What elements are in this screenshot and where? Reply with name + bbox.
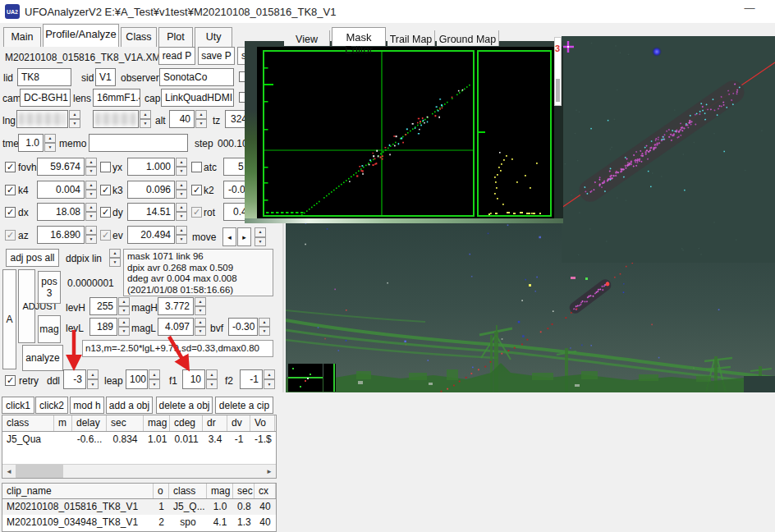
lng-field[interactable] xyxy=(16,110,68,128)
column-header[interactable]: class xyxy=(2,415,54,431)
read-profile-button[interactable]: read P xyxy=(158,47,195,65)
leap-spinner[interactable]: ▲▼ xyxy=(149,369,160,389)
tab-ground-map[interactable]: Ground Map xyxy=(437,30,499,46)
column-header[interactable]: sec xyxy=(107,415,144,431)
retry-checkbox[interactable]: ✓ xyxy=(5,375,16,386)
sid-field[interactable]: V1 xyxy=(95,68,116,86)
tab-trail-map[interactable]: Trail Map xyxy=(388,30,435,46)
az-checkbox[interactable]: ✓ xyxy=(5,230,16,241)
tab-profile-analyze[interactable]: Profile/Analyze xyxy=(43,24,119,47)
az-spinner[interactable]: ▲▼ xyxy=(85,226,97,244)
object-table[interactable]: classmdelaysecmagcdegdrdvVo J5_Qua-0.6..… xyxy=(2,415,277,479)
alt-field[interactable]: 40 xyxy=(169,110,195,128)
lens-field[interactable]: 16mmF1.4 xyxy=(93,89,140,107)
fovh-checkbox[interactable]: ✓ xyxy=(5,162,16,172)
levl-spinner[interactable]: ▲▼ xyxy=(118,318,130,336)
fovh-spinner[interactable]: ▲▼ xyxy=(85,158,97,176)
cam-field[interactable]: DC-BGH1 xyxy=(20,89,71,107)
bvf-spinner[interactable]: ▲▼ xyxy=(259,318,270,336)
tab-plot[interactable]: Plot xyxy=(158,27,193,47)
scroll-right-arrow[interactable]: ► xyxy=(263,465,276,478)
dy-field[interactable]: 14.51 xyxy=(127,203,175,221)
move-spinner[interactable]: ▲▼ xyxy=(255,227,266,246)
tme-spinner[interactable]: ▲▼ xyxy=(44,134,56,152)
column-header[interactable]: clip_name xyxy=(2,484,154,498)
column-header[interactable]: mag xyxy=(207,484,233,498)
lat-spinner[interactable]: ▲▼ xyxy=(140,110,151,128)
scrollbar-thumb[interactable] xyxy=(16,465,63,478)
column-header[interactable]: delay xyxy=(72,415,107,431)
k3-field[interactable]: 0.096 xyxy=(127,181,175,199)
k4-spinner[interactable]: ▲▼ xyxy=(85,181,97,199)
lng-spinner[interactable]: ▲▼ xyxy=(69,110,80,128)
scroll-left-arrow[interactable]: ◄ xyxy=(2,465,16,478)
column-header[interactable]: Vo xyxy=(250,415,275,431)
column-header[interactable]: cdeg xyxy=(170,415,203,431)
lat-field[interactable] xyxy=(93,110,139,128)
brightness-plot-canvas[interactable] xyxy=(479,52,550,215)
column-header[interactable]: o xyxy=(154,484,169,498)
k3-spinner[interactable]: ▲▼ xyxy=(176,181,187,199)
table-row[interactable]: M20210109_034948_TK8_V12spo4.11.340 xyxy=(2,515,276,530)
atc-checkbox[interactable] xyxy=(191,162,202,172)
column-header[interactable]: m xyxy=(54,415,72,431)
yx-checkbox[interactable] xyxy=(100,162,111,172)
tab-view[interactable]: View xyxy=(284,30,330,46)
magh-spinner[interactable]: ▲▼ xyxy=(195,297,206,315)
yx-field[interactable]: 1.000 xyxy=(127,158,175,176)
move-right-button[interactable]: ▸ xyxy=(237,227,251,246)
az-field[interactable]: 16.890 xyxy=(37,226,85,244)
ddl-spinner[interactable]: ▲▼ xyxy=(87,369,99,389)
tab-main[interactable]: Main xyxy=(3,27,41,47)
tab-mask-editor[interactable]: Mask Editor xyxy=(332,27,386,46)
adjust-a-button[interactable]: A xyxy=(2,269,16,369)
ev-spinner[interactable]: ▲▼ xyxy=(176,226,187,244)
tab-class[interactable]: Class xyxy=(121,27,157,47)
levh-spinner[interactable]: ▲▼ xyxy=(118,297,130,315)
k4-field[interactable]: 0.004 xyxy=(37,181,85,199)
clip-table[interactable]: clip_nameoclassmagseccx M20210108_015816… xyxy=(2,483,277,532)
magl-spinner[interactable]: ▲▼ xyxy=(195,318,206,336)
f1-field[interactable]: 10 xyxy=(182,369,205,389)
alt-spinner[interactable]: ▲▼ xyxy=(195,110,207,128)
dy-checkbox[interactable]: ✓ xyxy=(100,207,111,218)
adj-pos-all-button[interactable]: adj pos all xyxy=(6,249,59,267)
click1-button[interactable]: click1 xyxy=(2,397,34,414)
k3-checkbox[interactable]: ✓ xyxy=(100,185,111,195)
plot-scrollbar-thumb[interactable] xyxy=(556,79,560,102)
trail-zoom-panel[interactable] xyxy=(562,36,775,263)
cap-field[interactable]: LinkQuadHDMI xyxy=(161,89,234,107)
fovh-field[interactable]: 59.674 xyxy=(37,158,85,176)
object-table-hscrollbar[interactable]: ◄ ► xyxy=(2,464,276,478)
magh-field[interactable]: 3.772 xyxy=(158,297,194,315)
f1-spinner[interactable]: ▲▼ xyxy=(206,369,218,389)
adjust-button[interactable]: ADJUST xyxy=(18,269,35,343)
column-header[interactable]: class xyxy=(169,484,207,498)
column-header[interactable]: mag xyxy=(144,415,170,431)
lid-field[interactable]: TK8 xyxy=(17,68,71,86)
rot-checkbox[interactable]: ✓ xyxy=(191,207,202,218)
bvf-field[interactable]: -0.30 xyxy=(228,318,258,336)
levh-field[interactable]: 255 xyxy=(89,297,117,315)
table-row[interactable]: M20210108_015816_TK8_V11J5_Q...1.00.840 xyxy=(2,499,276,515)
levl-field[interactable]: 189 xyxy=(89,318,117,336)
residual-scatter-canvas[interactable] xyxy=(264,52,473,215)
delete-a-cip-button[interactable]: delete a cip xyxy=(215,397,273,414)
k4-checkbox[interactable]: ✓ xyxy=(5,185,16,195)
observer-field[interactable]: SonotaCo xyxy=(159,68,234,86)
minimize-button[interactable]: — xyxy=(737,2,762,18)
mag-button[interactable]: mag xyxy=(38,315,61,343)
dx-field[interactable]: 18.08 xyxy=(37,203,85,221)
f2-field[interactable]: -1 xyxy=(240,369,263,389)
column-header[interactable]: sec xyxy=(233,484,255,498)
add-a-obj-button[interactable]: add a obj xyxy=(106,397,153,414)
table-row[interactable]: J5_Qua-0.6...0.8341.010.0113.4-1-1.$ xyxy=(2,432,276,448)
ev-field[interactable]: 20.494 xyxy=(127,226,175,244)
column-header[interactable]: dr xyxy=(203,415,227,431)
tab-uty[interactable]: Uty xyxy=(195,27,232,47)
memo-field[interactable] xyxy=(89,134,188,152)
ddpix-spinner[interactable]: ▲▼ xyxy=(109,249,121,267)
column-header[interactable]: cx xyxy=(255,484,276,498)
yx-spinner[interactable]: ▲▼ xyxy=(176,158,187,176)
dy-spinner[interactable]: ▲▼ xyxy=(176,203,187,221)
